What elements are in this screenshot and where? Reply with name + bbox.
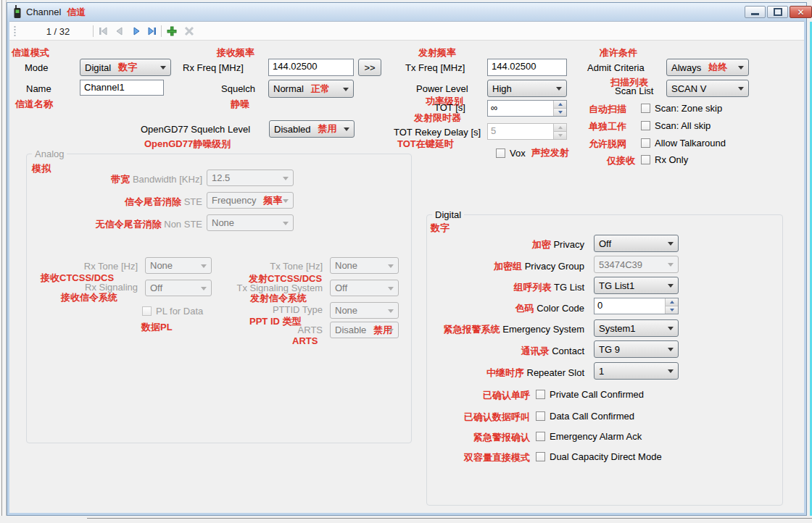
last-record-button[interactable]	[144, 24, 160, 38]
power-level-label: Power Level	[416, 83, 468, 94]
tx-freq-input[interactable]: 144.02500	[487, 59, 567, 76]
checkbox-icon[interactable]	[641, 155, 650, 164]
emergency-system-value: System1	[599, 323, 636, 334]
emergency-system-select[interactable]: System1	[594, 319, 679, 337]
data-call-confirmed-checkbox[interactable]: Data Call Confirmed	[536, 411, 634, 422]
spinner-down-icon[interactable]	[554, 108, 566, 116]
color-code-spinner[interactable]: 0	[594, 298, 679, 314]
scan-all-skip-checkbox[interactable]: Scan: All skip	[641, 120, 710, 131]
ste-select: Frequency 频率	[207, 192, 294, 209]
bandwidth-value: 12.5	[212, 172, 230, 183]
mode-value: Digital	[85, 62, 111, 73]
chevron-down-icon	[283, 199, 289, 203]
chevron-down-icon	[556, 87, 562, 91]
checkbox-icon[interactable]	[496, 148, 505, 158]
privacy-group-label: 加密组 Privacy Group	[345, 260, 584, 273]
private-call-label-cn: 已确认单呼	[312, 389, 530, 402]
copy-rx-to-tx-button[interactable]: >>	[358, 59, 381, 76]
repeater-slot-value: 1	[599, 366, 604, 377]
chevron-down-icon	[668, 263, 674, 267]
checkbox-icon[interactable]	[536, 432, 545, 441]
squelch-select[interactable]: Normal 正常	[268, 80, 354, 98]
mode-label-cn: 信道模式	[12, 46, 49, 59]
gd77-squelch-select[interactable]: Disabled 禁用	[269, 120, 355, 138]
spinner-buttons	[665, 298, 678, 314]
first-record-button[interactable]	[95, 24, 111, 38]
checkbox-icon[interactable]	[641, 104, 650, 113]
tx-tone-label: Tx Tone [Hz]	[134, 261, 323, 272]
delete-record-button[interactable]	[181, 24, 197, 38]
non-ste-label: 无信令尾音消除 Non STE	[14, 218, 202, 231]
name-label: Name	[26, 83, 51, 94]
add-record-button[interactable]	[164, 24, 180, 38]
rx-only-checkbox[interactable]: Rx Only	[641, 154, 688, 165]
privacy-value: Off	[599, 238, 611, 249]
checkbox-icon[interactable]	[641, 138, 650, 148]
emergency-system-label: 紧急报警系统 Emergency System	[345, 323, 584, 336]
arts-label: ARTS	[134, 325, 323, 335]
data-call-label: Data Call Confirmed	[550, 411, 634, 422]
emergency-alarm-ack-checkbox[interactable]: Emergency Alarm Ack	[536, 431, 642, 442]
mode-select[interactable]: Digital 数字	[80, 59, 171, 76]
scan-list-label: Scan List	[615, 85, 653, 96]
chevron-down-icon	[283, 222, 289, 225]
chevron-down-icon	[283, 177, 289, 180]
tot-spinner[interactable]: ∞	[487, 100, 567, 117]
title-bar[interactable]: Channel 信道	[7, 3, 806, 21]
alarm-ack-label-cn: 紧急警报确认	[312, 431, 530, 444]
tg-list-select[interactable]: TG List1	[594, 277, 679, 294]
admit-criteria-select[interactable]: Always 始终	[666, 59, 749, 76]
tg-list-label: 组呼列表 TG List	[345, 281, 584, 294]
chevron-down-icon	[738, 66, 744, 70]
minimize-button[interactable]	[745, 6, 766, 18]
scan-list-select[interactable]: SCAN V	[666, 80, 749, 97]
spinner-up-icon[interactable]	[554, 101, 566, 108]
checkbox-icon[interactable]	[536, 411, 545, 421]
tot-label-cn: 发射限时器	[414, 112, 461, 125]
tx-freq-label-cn: 发射频率	[418, 46, 456, 59]
checkbox-icon[interactable]	[536, 390, 545, 399]
bandwidth-select: 12.5	[207, 170, 294, 186]
digital-legend: Digital	[432, 209, 464, 220]
name-label-cn: 信道名称	[15, 98, 53, 111]
repeater-slot-select[interactable]: 1	[594, 362, 679, 380]
dcdm-label: Dual Capacity Direct Mode	[550, 451, 662, 462]
power-level-select[interactable]: High	[487, 80, 567, 97]
tot-value: ∞	[488, 101, 553, 116]
zone-skip-label: Scan: Zone skip	[655, 103, 722, 114]
vox-checkbox[interactable]: Vox 声控发射	[496, 146, 569, 159]
rx-signaling-label-cn: 接收信令系统	[61, 291, 117, 304]
next-record-icon	[130, 25, 142, 37]
all-skip-label: Scan: All skip	[655, 120, 710, 131]
last-record-icon	[146, 25, 158, 37]
tx-freq-label: Tx Freq [MHz]	[405, 62, 465, 73]
add-record-icon	[166, 25, 178, 37]
rx-freq-label: Rx Freq [MHz]	[183, 62, 244, 73]
allow-talkaround-checkbox[interactable]: Allow Talkaround	[641, 138, 726, 148]
spinner-down-icon[interactable]	[666, 306, 678, 314]
data-call-label-cn: 已确认数据呼叫	[312, 411, 530, 424]
rx-only-label-cn: 仅接收	[607, 154, 635, 167]
contact-select[interactable]: TG 9	[594, 340, 679, 358]
checkbox-icon[interactable]	[536, 452, 545, 461]
spinner-up-icon[interactable]	[666, 298, 678, 306]
channel-name-input[interactable]: Channel1	[80, 80, 164, 96]
privacy-select[interactable]: Off	[594, 235, 679, 252]
dual-capacity-direct-mode-checkbox[interactable]: Dual Capacity Direct Mode	[536, 451, 662, 462]
private-call-confirmed-checkbox[interactable]: Private Call Confirmed	[536, 389, 644, 400]
next-record-button[interactable]	[128, 24, 144, 38]
talkaround-label-cn: 允许脱网	[589, 138, 626, 151]
tot-rekey-value: 5	[488, 124, 553, 139]
chevron-down-icon	[343, 88, 349, 91]
checkbox-icon[interactable]	[641, 121, 650, 130]
previous-record-button[interactable]	[112, 24, 128, 38]
scan-zone-skip-checkbox[interactable]: Scan: Zone skip	[641, 103, 722, 114]
rx-freq-input[interactable]: 144.02500	[268, 59, 354, 76]
restore-button[interactable]	[767, 6, 788, 18]
window-title: Channel	[26, 7, 61, 17]
toolbar-grip-handle[interactable]	[14, 25, 16, 37]
admit-value-cn: 始终	[708, 61, 727, 74]
contact-value: TG 9	[599, 344, 620, 355]
close-button[interactable]: ✕	[790, 6, 812, 18]
privacy-group-value: 53474C39	[599, 259, 642, 270]
